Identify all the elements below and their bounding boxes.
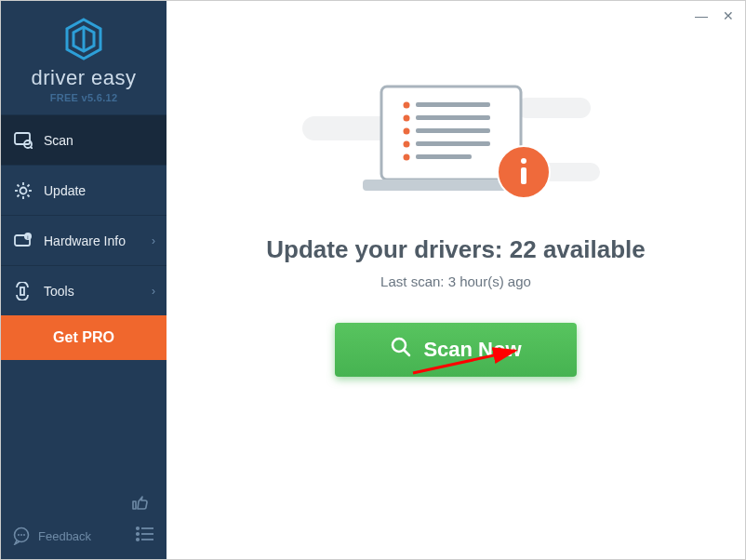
sidebar-item-tools[interactable]: Tools › — [1, 265, 167, 315]
sidebar-item-label: Update — [44, 183, 86, 198]
logo-block: driver easy FREE v5.6.12 — [1, 1, 167, 114]
thumbs-up-icon[interactable] — [129, 500, 150, 515]
svg-point-20 — [18, 534, 20, 536]
svg-point-31 — [404, 102, 410, 109]
svg-point-21 — [20, 534, 22, 536]
svg-line-13 — [18, 194, 20, 196]
nav: Scan Update i Hardware Info › Tools — [1, 114, 167, 360]
app-window: driver easy FREE v5.6.12 Scan Update i — [1, 1, 745, 559]
sidebar-item-scan[interactable]: Scan — [1, 114, 167, 165]
chevron-right-icon: › — [152, 285, 155, 298]
svg-line-5 — [31, 147, 33, 149]
scan-now-label: Scan Now — [423, 338, 521, 362]
sidebar-item-hardware[interactable]: i Hardware Info › — [1, 215, 167, 265]
svg-line-46 — [404, 350, 409, 355]
list-icon[interactable] — [135, 526, 155, 546]
logo-icon — [62, 18, 105, 60]
svg-rect-36 — [416, 128, 490, 133]
svg-point-33 — [404, 115, 410, 122]
svg-line-11 — [18, 184, 20, 186]
svg-point-25 — [137, 533, 139, 535]
svg-rect-32 — [416, 102, 490, 107]
svg-rect-44 — [521, 167, 526, 184]
minimize-button[interactable]: — — [695, 8, 708, 23]
main-panel: — ✕ — [167, 1, 745, 559]
app-version: FREE v5.6.12 — [1, 92, 167, 103]
svg-rect-38 — [416, 141, 490, 146]
svg-point-39 — [404, 154, 410, 161]
sidebar-item-label: Hardware Info — [44, 233, 126, 248]
close-button[interactable]: ✕ — [723, 8, 734, 23]
sidebar-item-update[interactable]: Update — [1, 165, 167, 215]
window-controls: — ✕ — [695, 8, 734, 23]
gear-icon — [14, 181, 33, 200]
magnifier-icon — [390, 336, 412, 364]
svg-rect-3 — [15, 133, 30, 144]
feedback-label: Feedback — [38, 529, 91, 543]
svg-text:i: i — [27, 234, 28, 240]
svg-line-14 — [28, 184, 30, 186]
get-pro-button[interactable]: Get PRO — [1, 315, 167, 360]
svg-point-37 — [404, 141, 410, 148]
sidebar: driver easy FREE v5.6.12 Scan Update i — [1, 1, 167, 559]
chat-icon — [12, 527, 31, 545]
sidebar-footer: Feedback — [1, 483, 167, 559]
svg-point-27 — [137, 539, 139, 540]
tools-icon — [14, 282, 33, 300]
feedback-button[interactable]: Feedback — [12, 527, 91, 545]
sidebar-item-label: Scan — [44, 133, 73, 148]
scan-icon — [14, 131, 33, 150]
svg-point-23 — [137, 527, 139, 529]
svg-rect-18 — [20, 287, 24, 295]
svg-line-12 — [28, 194, 30, 196]
headline: Update your drivers: 22 available — [266, 235, 646, 264]
svg-rect-34 — [416, 115, 490, 120]
app-name: driver easy — [1, 66, 167, 90]
sidebar-item-label: Tools — [44, 284, 74, 299]
chevron-right-icon: › — [152, 234, 155, 247]
svg-point-22 — [23, 534, 25, 536]
last-scan-text: Last scan: 3 hour(s) ago — [380, 273, 531, 289]
content: Update your drivers: 22 available Last s… — [167, 1, 745, 377]
laptop-illustration — [340, 79, 572, 209]
svg-point-35 — [404, 128, 410, 135]
svg-point-43 — [521, 158, 526, 164]
get-pro-label: Get PRO — [53, 329, 114, 346]
svg-point-6 — [20, 187, 27, 193]
scan-now-button[interactable]: Scan Now — [335, 323, 577, 377]
svg-rect-40 — [416, 154, 472, 159]
hardware-icon: i — [14, 232, 33, 250]
